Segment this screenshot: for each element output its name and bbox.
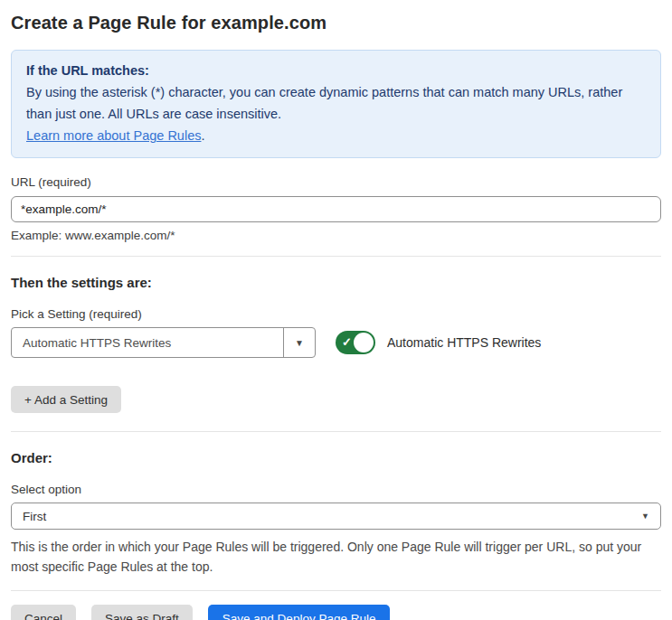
save-draft-button[interactable]: Save as Draft <box>91 605 193 620</box>
order-select-label: Select option <box>11 483 661 496</box>
settings-section-heading: Then the settings are: <box>11 275 661 290</box>
learn-more-link[interactable]: Learn more about Page Rules <box>26 128 201 143</box>
setting-toggle[interactable]: ✓ <box>336 331 375 354</box>
toggle-label: Automatic HTTPS Rewrites <box>387 335 541 350</box>
setting-select[interactable]: Automatic HTTPS Rewrites ▼ <box>11 327 316 358</box>
footer-actions: Cancel Save as Draft Save and Deploy Pag… <box>11 605 661 620</box>
order-select[interactable]: First ▼ <box>11 503 661 530</box>
page-rule-form: Create a Page Rule for example.com If th… <box>0 0 672 620</box>
caret-down-icon: ▼ <box>641 512 660 521</box>
order-select-value: First <box>12 510 641 523</box>
link-suffix: . <box>201 128 204 143</box>
check-icon: ✓ <box>342 336 352 348</box>
order-section-heading: Order: <box>11 450 661 465</box>
setting-select-button[interactable]: ▼ <box>283 328 315 357</box>
cancel-button[interactable]: Cancel <box>11 605 76 620</box>
info-box-link-line: Learn more about Page Rules. <box>26 125 646 146</box>
toggle-knob <box>354 333 374 352</box>
url-match-info-box: If the URL matches: By using the asteris… <box>11 50 661 158</box>
setting-select-value: Automatic HTTPS Rewrites <box>12 328 283 357</box>
order-helper-text: This is the order in which your Page Rul… <box>11 537 661 577</box>
save-deploy-button[interactable]: Save and Deploy Page Rule <box>208 605 391 620</box>
divider <box>11 256 661 257</box>
info-box-heading: If the URL matches: <box>26 60 646 81</box>
divider <box>11 590 661 591</box>
url-field-label: URL (required) <box>11 175 661 189</box>
page-title: Create a Page Rule for example.com <box>11 13 661 33</box>
url-example-helper: Example: www.example.com/* <box>11 229 661 242</box>
url-input[interactable] <box>11 196 661 222</box>
setting-row: Automatic HTTPS Rewrites ▼ ✓ Automatic H… <box>11 327 661 358</box>
caret-down-icon: ▼ <box>295 338 304 348</box>
pick-setting-label: Pick a Setting (required) <box>11 307 661 321</box>
add-setting-button[interactable]: + Add a Setting <box>11 386 121 413</box>
divider <box>11 431 661 432</box>
info-box-body: By using the asterisk (*) character, you… <box>26 81 646 125</box>
